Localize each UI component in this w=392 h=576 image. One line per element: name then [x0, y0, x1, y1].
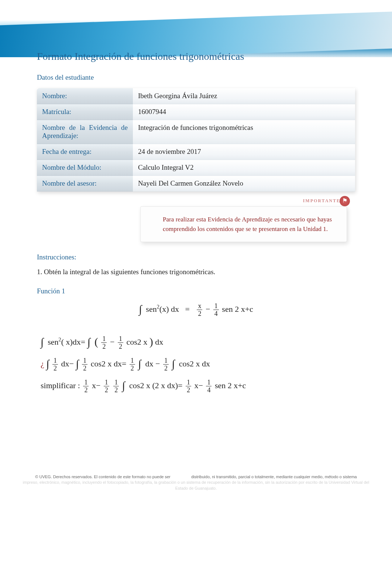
frac-den: 2: [82, 364, 87, 372]
frac-den: 2: [52, 364, 58, 372]
frac-num: 1: [82, 357, 87, 364]
math-text: sen 2 x+c: [215, 381, 246, 390]
frac-den: 2: [197, 310, 202, 317]
student-data-table: Nombre: Ibeth Georgina Ávila Juárez Matr…: [37, 88, 355, 192]
table-row: Nombre del Módulo: Calculo Integral V2: [37, 160, 355, 176]
frac-den: 2: [186, 386, 191, 393]
frac-num: 1: [130, 357, 135, 364]
frac-num: 1: [118, 335, 123, 342]
math-qmark: ¿: [41, 359, 44, 368]
row-value: Nayeli Del Carmen González Novelo: [133, 176, 355, 192]
equation-result: ∫ sen2(x) dx = x2 − 14 sen 2 x+c: [37, 303, 355, 317]
math-text: simplificar :: [41, 381, 80, 390]
math-text: cos2 x dx: [179, 359, 210, 368]
frac-num: 1: [83, 379, 89, 386]
equation-step-1: ∫ sen2( x)dx= ∫ ( 12 − 12 cos2 x ) dx: [41, 335, 355, 350]
math-text: ( x)dx=: [61, 337, 86, 346]
math-text: sen: [48, 337, 58, 346]
math-text: cos2 x dx=: [91, 359, 127, 368]
math-exp: 2: [157, 304, 159, 310]
equation-step-2: ¿ ∫ 12 dx− ∫ 12 cos2 x dx= 12 ∫ dx − 12 …: [41, 357, 355, 372]
important-note-box: IMPORTANTE Para realizar esta Evidencia …: [140, 206, 347, 242]
table-row: Matrícula: 16007944: [37, 104, 355, 120]
table-row: Nombre: Ibeth Georgina Ávila Juárez: [37, 88, 355, 104]
frac-den: 2: [83, 386, 89, 393]
flag-icon: [340, 196, 350, 206]
frac-den: 4: [213, 310, 219, 317]
frac-num: 1: [163, 357, 169, 364]
row-label: Nombre:: [37, 88, 133, 104]
math-text: dx: [61, 359, 69, 368]
student-data-heading: Datos del estudiante: [37, 73, 355, 82]
row-value: Calculo Integral V2: [133, 160, 355, 176]
math-text: x−: [92, 381, 100, 390]
footer-line-2: impreso, electrónico, magnético, incluye…: [23, 480, 369, 490]
frac-den: 2: [118, 342, 123, 350]
frac-den: 2: [113, 386, 119, 393]
math-text: cos2 x: [126, 337, 147, 346]
frac-den: 2: [163, 364, 169, 372]
row-label: Nombre del asesor:: [37, 176, 133, 192]
math-text: sen 2 x+c: [222, 304, 253, 314]
frac-num: 1: [104, 379, 109, 386]
important-note-text: Para realizar esta Evidencia de Aprendiz…: [163, 215, 332, 234]
math-text: (x) dx: [159, 304, 179, 314]
instruction-text: 1. Obtén la integral de las siguientes f…: [37, 268, 355, 276]
math-equals: =: [185, 304, 190, 314]
row-label: Nombre de la Evidencia de Aprendizaje:: [37, 120, 133, 144]
math-text: dx −: [145, 359, 160, 368]
function-1-heading: Función 1: [37, 287, 355, 295]
table-row: Fecha de entrega: 24 de noviembre 2017: [37, 144, 355, 160]
math-text: cos2 x (2 x dx)=: [129, 381, 182, 390]
frac-num: 1: [206, 379, 212, 386]
row-value: 16007944: [133, 104, 355, 120]
document-title: Formato Integración de funciones trigono…: [37, 51, 355, 62]
math-exp: 2: [59, 337, 61, 342]
frac-num: x: [197, 303, 202, 310]
table-row: Nombre del asesor: Nayeli Del Carmen Gon…: [37, 176, 355, 192]
math-text: sen: [146, 304, 157, 314]
row-value: 24 de noviembre 2017: [133, 144, 355, 160]
footer-line-1a: © UVEG. Derechos reservados. El contenid…: [35, 475, 170, 479]
frac-num: 1: [113, 379, 119, 386]
row-label: Matrícula:: [37, 104, 133, 120]
frac-den: 2: [101, 342, 107, 350]
row-value: Ibeth Georgina Ávila Juárez: [133, 88, 355, 104]
row-label: Nombre del Módulo:: [37, 160, 133, 176]
math-op: −: [206, 304, 210, 314]
frac-num: 1: [186, 379, 191, 386]
row-value: Integración de funciones trigonométricas: [133, 120, 355, 144]
header-banner: [0, 0, 392, 57]
frac-den: 4: [206, 386, 212, 393]
frac-den: 2: [130, 364, 135, 372]
frac-num: 1: [101, 335, 107, 342]
math-op: −: [69, 359, 73, 368]
row-label: Fecha de entrega:: [37, 144, 133, 160]
frac-num: 1: [213, 303, 219, 310]
equation-step-3: simplificar : 12 x− 12 12 ∫ cos2 x (2 x …: [41, 379, 355, 393]
frac-num: 1: [52, 357, 58, 364]
frac-den: 2: [104, 386, 109, 393]
math-op: −: [110, 337, 114, 346]
instructions-heading: Instrucciones:: [37, 253, 355, 261]
math-text: dx: [155, 337, 163, 346]
footer-line-1b: distribuido, ni transmitido, parcial o t…: [191, 475, 357, 479]
math-text: x−: [194, 381, 203, 390]
table-row: Nombre de la Evidencia de Aprendizaje: I…: [37, 120, 355, 144]
footer-copyright: © UVEG. Derechos reservados. El contenid…: [22, 474, 370, 491]
important-label: IMPORTANTE: [303, 198, 340, 204]
